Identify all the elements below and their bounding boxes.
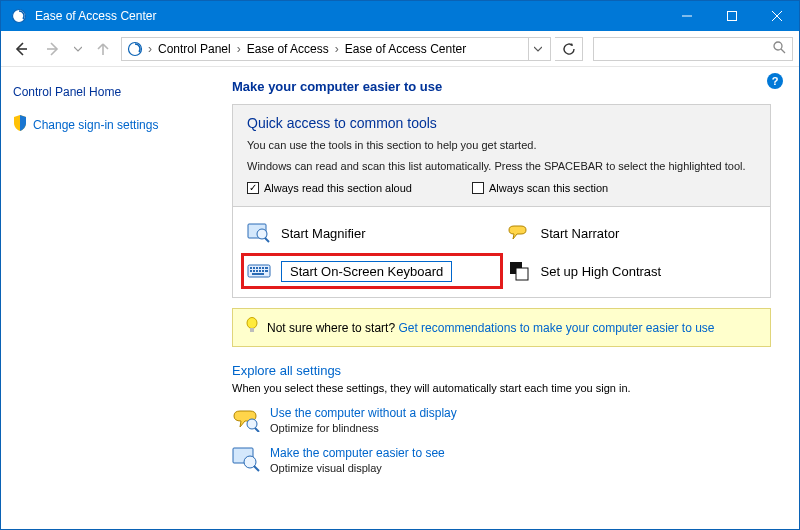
refresh-button[interactable]: [555, 37, 583, 61]
minimize-button[interactable]: [664, 1, 709, 31]
address-icon: [126, 40, 144, 58]
explore-desc: Optimize visual display: [270, 462, 445, 474]
svg-rect-21: [250, 270, 252, 272]
checkbox-icon: [472, 182, 484, 194]
search-icon: [773, 41, 786, 57]
close-button[interactable]: [754, 1, 799, 31]
keyboard-icon: [247, 259, 271, 283]
control-panel-home-link[interactable]: Control Panel Home: [13, 85, 121, 99]
svg-line-33: [255, 428, 259, 432]
breadcrumb-item[interactable]: Ease of Access: [243, 42, 333, 56]
setup-high-contrast-tool[interactable]: Set up High Contrast: [507, 259, 757, 283]
svg-rect-18: [259, 267, 261, 269]
svg-rect-31: [250, 328, 254, 332]
sidebar: Control Panel Home Change sign-in settin…: [1, 67, 216, 529]
svg-rect-16: [253, 267, 255, 269]
tool-label: Start Narrator: [541, 226, 620, 241]
svg-rect-22: [253, 270, 255, 272]
contrast-icon: [507, 259, 531, 283]
svg-point-9: [774, 42, 782, 50]
start-narrator-tool[interactable]: Start Narrator: [507, 221, 757, 245]
start-osk-tool[interactable]: Start On-Screen Keyboard: [247, 259, 497, 283]
svg-rect-15: [250, 267, 252, 269]
always-scan-checkbox[interactable]: Always scan this section: [472, 182, 608, 194]
main-content: ? Make your computer easier to use Quick…: [216, 67, 799, 529]
svg-rect-24: [259, 270, 261, 272]
explore-link[interactable]: Make the computer easier to see: [270, 446, 445, 460]
address-dropdown[interactable]: [528, 38, 546, 60]
breadcrumb-item[interactable]: Ease of Access Center: [341, 42, 470, 56]
always-read-checkbox[interactable]: ✓ Always read this section aloud: [247, 182, 412, 194]
svg-rect-23: [256, 270, 258, 272]
maximize-button[interactable]: [709, 1, 754, 31]
svg-rect-25: [262, 270, 264, 272]
forward-button[interactable]: [39, 35, 67, 63]
tip-bar: Not sure where to start? Get recommendat…: [232, 308, 771, 347]
up-button[interactable]: [89, 35, 117, 63]
lightbulb-icon: [245, 317, 259, 338]
address-bar[interactable]: › Control Panel › Ease of Access › Ease …: [121, 37, 551, 61]
svg-line-10: [781, 49, 785, 53]
svg-rect-3: [727, 12, 736, 21]
svg-point-12: [257, 229, 267, 239]
tip-link[interactable]: Get recommendations to make your compute…: [398, 321, 714, 335]
svg-rect-20: [265, 267, 268, 269]
svg-rect-27: [252, 273, 264, 275]
panel-text: You can use the tools in this section to…: [247, 137, 756, 154]
window-titlebar: Ease of Access Center: [1, 1, 799, 31]
search-input[interactable]: [593, 37, 793, 61]
panel-text: Windows can read and scan this list auto…: [247, 158, 756, 175]
panel-title: Quick access to common tools: [247, 115, 756, 131]
svg-line-13: [265, 238, 269, 242]
checkbox-label: Always scan this section: [489, 182, 608, 194]
breadcrumb-sep-icon: ›: [148, 42, 152, 56]
svg-rect-19: [262, 267, 264, 269]
svg-rect-26: [265, 270, 268, 272]
help-icon[interactable]: ?: [767, 73, 783, 89]
tip-text: Not sure where to start?: [267, 321, 398, 335]
app-icon: [9, 6, 29, 26]
svg-rect-17: [256, 267, 258, 269]
start-magnifier-tool[interactable]: Start Magnifier: [247, 221, 497, 245]
shield-icon: [13, 115, 27, 134]
explore-item: Use the computer without a display Optim…: [232, 406, 771, 434]
breadcrumb-item[interactable]: Control Panel: [154, 42, 235, 56]
window-title: Ease of Access Center: [35, 9, 156, 23]
explore-subtext: When you select these settings, they wil…: [232, 382, 771, 394]
explore-desc: Optimize for blindness: [270, 422, 457, 434]
back-button[interactable]: [7, 35, 35, 63]
breadcrumb-sep-icon: ›: [335, 42, 339, 56]
blindness-icon: [232, 406, 260, 434]
explore-link[interactable]: Use the computer without a display: [270, 406, 457, 420]
tool-label: Set up High Contrast: [541, 264, 662, 279]
tool-label: Start Magnifier: [281, 226, 366, 241]
page-heading: Make your computer easier to use: [232, 79, 771, 94]
recent-dropdown[interactable]: [71, 35, 85, 63]
magnifier-icon: [247, 221, 271, 245]
svg-line-36: [254, 466, 259, 471]
checkbox-label: Always read this section aloud: [264, 182, 412, 194]
svg-point-30: [247, 318, 257, 329]
toolbar: › Control Panel › Ease of Access › Ease …: [1, 31, 799, 67]
tool-grid: Start Magnifier Start Narrator Start On-…: [232, 207, 771, 298]
checkbox-icon: ✓: [247, 182, 259, 194]
breadcrumb-sep-icon: ›: [237, 42, 241, 56]
quick-access-panel: Quick access to common tools You can use…: [232, 104, 771, 207]
svg-rect-29: [516, 268, 528, 280]
explore-item: Make the computer easier to see Optimize…: [232, 446, 771, 474]
visual-display-icon: [232, 446, 260, 474]
change-signin-link[interactable]: Change sign-in settings: [33, 118, 158, 132]
narrator-icon: [507, 221, 531, 245]
explore-heading: Explore all settings: [232, 363, 771, 378]
tool-label: Start On-Screen Keyboard: [281, 261, 452, 282]
